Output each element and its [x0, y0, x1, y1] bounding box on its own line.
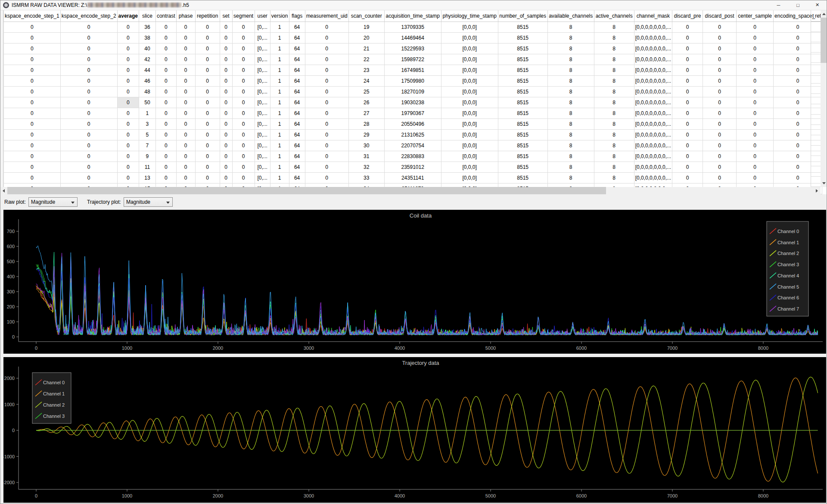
table-cell[interactable]: 0 — [703, 173, 737, 184]
table-cell[interactable]: 25 — [348, 87, 384, 97]
table-cell[interactable]: 50 — [139, 97, 155, 108]
table-cell[interactable]: 46 — [139, 76, 155, 87]
column-header-kspace_encode_step_2[interactable]: kspace_encode_step_2 — [60, 10, 117, 22]
table-cell[interactable]: [0,... — [255, 140, 270, 151]
table-cell[interactable]: 0 — [305, 162, 348, 173]
table-cell[interactable]: [0,0,0] — [441, 108, 498, 119]
table-cell[interactable]: [0,0,0,0,0,0,0,... — [634, 76, 672, 87]
table-cell[interactable]: 0 — [60, 65, 117, 76]
table-cell[interactable]: 0 — [60, 76, 117, 87]
table-cell[interactable]: 0 — [176, 162, 195, 173]
table-cell[interactable]: 8 — [594, 33, 634, 44]
table-cell[interactable]: 64 — [289, 44, 305, 54]
table-cell[interactable]: 0 — [305, 108, 348, 119]
table-cell[interactable]: 64 — [289, 76, 305, 87]
table-cell[interactable]: 0 — [176, 44, 195, 54]
table-cell[interactable]: 31 — [348, 151, 384, 162]
table-cell[interactable]: 44 — [139, 65, 155, 76]
table-cell[interactable]: 23591012 — [384, 162, 441, 173]
table-cell[interactable]: 0 — [195, 97, 220, 108]
table-cell[interactable]: 0 — [232, 76, 255, 87]
table-cell[interactable]: 64 — [289, 130, 305, 140]
table-cell[interactable]: 0 — [737, 65, 774, 76]
table-cell[interactable]: 0 — [117, 108, 139, 119]
table-cell[interactable]: 0 — [232, 44, 255, 54]
table-cell[interactable]: [0,0,0] — [441, 54, 498, 65]
table-cell[interactable]: 0 — [737, 33, 774, 44]
table-cell[interactable]: 0 — [176, 65, 195, 76]
table-cell[interactable]: [0,... — [255, 33, 270, 44]
table-cell[interactable]: 0 — [176, 87, 195, 97]
table-cell[interactable]: 0 — [60, 151, 117, 162]
table-row[interactable]: 0004400000[0,...16402316749851[0,0,0]851… — [4, 65, 822, 76]
table-cell[interactable]: [0,0,0] — [441, 44, 498, 54]
table-cell[interactable]: 0 — [232, 97, 255, 108]
table-cell[interactable]: 0 — [305, 76, 348, 87]
table-cell[interactable]: 0 — [220, 33, 232, 44]
table-cell[interactable]: 0 — [60, 140, 117, 151]
table-cell[interactable]: 0 — [737, 97, 774, 108]
table-cell[interactable]: 22070754 — [384, 140, 441, 151]
table-cell[interactable]: 64 — [289, 65, 305, 76]
table-cell[interactable]: [0,0,0,0,0,0,0,... — [634, 44, 672, 54]
table-cell[interactable]: [0,0,0,0,0,0,0,... — [634, 108, 672, 119]
table-cell[interactable]: 16749851 — [384, 65, 441, 76]
table-cell[interactable]: 8 — [594, 54, 634, 65]
table-cell[interactable]: 0 — [155, 87, 176, 97]
table-cell[interactable]: 0 — [4, 97, 61, 108]
table-cell[interactable]: 0 — [672, 87, 703, 97]
table-row[interactable]: 0001100000[0,...16403223591012[0,0,0]851… — [4, 162, 822, 173]
table-cell[interactable]: 0 — [703, 140, 737, 151]
table-cell[interactable]: [0,0,0,0,0,0,0,... — [634, 22, 672, 33]
table-cell[interactable]: [0,0,0] — [441, 130, 498, 140]
table-cell[interactable]: 0 — [737, 151, 774, 162]
table-cell[interactable]: 0 — [703, 76, 737, 87]
table-cell[interactable]: 0 — [703, 87, 737, 97]
column-header-discard_pre[interactable]: discard_pre — [672, 10, 703, 22]
table-cell[interactable]: 0 — [220, 87, 232, 97]
table-row[interactable]: 000300000[0,...16402820550496[0,0,0]8515… — [4, 119, 822, 130]
table-cell[interactable]: 0 — [737, 140, 774, 151]
table-cell[interactable]: 8 — [594, 151, 634, 162]
table-cell[interactable]: 64 — [289, 140, 305, 151]
table-cell[interactable]: 14469464 — [384, 33, 441, 44]
table-cell[interactable]: 0 — [737, 130, 774, 140]
table-cell[interactable]: 5 — [139, 130, 155, 140]
table-cell[interactable]: 0 — [703, 151, 737, 162]
table-cell[interactable]: 1 — [270, 44, 289, 54]
table-cell[interactable]: 0 — [155, 151, 176, 162]
table-cell[interactable]: 1 — [270, 65, 289, 76]
table-horizontal-scrollbar[interactable] — [0, 187, 821, 194]
vertical-scroll-thumb[interactable] — [821, 18, 827, 63]
table-cell[interactable]: 0 — [176, 108, 195, 119]
table-cell[interactable]: 8 — [594, 87, 634, 97]
column-header-kspace_encode_step_1[interactable]: kspace_encode_step_1 — [4, 10, 61, 22]
table-cell[interactable]: 17509980 — [384, 76, 441, 87]
table-cell[interactable]: 1 — [139, 108, 155, 119]
table-cell[interactable]: 0 — [195, 162, 220, 173]
table-cell[interactable]: 1 — [270, 87, 289, 97]
table-cell[interactable]: [0,... — [255, 162, 270, 173]
table-cell[interactable]: 0 — [305, 130, 348, 140]
table-cell[interactable]: 64 — [289, 162, 305, 173]
table-cell[interactable]: 0 — [232, 65, 255, 76]
column-header-repetition[interactable]: repetition — [195, 10, 220, 22]
table-cell[interactable]: 0 — [60, 33, 117, 44]
column-header-active_channels[interactable]: active_channels — [594, 10, 634, 22]
table-cell[interactable]: 0 — [176, 140, 195, 151]
table-cell[interactable]: [0,... — [255, 44, 270, 54]
table-cell[interactable]: 19030238 — [384, 97, 441, 108]
table-cell[interactable]: 0 — [4, 151, 61, 162]
table-cell[interactable]: [0,0,0] — [441, 140, 498, 151]
table-row[interactable]: 0004200000[0,...16402215989722[0,0,0]851… — [4, 54, 822, 65]
table-row[interactable]: 0003600000[0,...16401913709335[0,0,0]851… — [4, 22, 822, 33]
table-cell[interactable]: 1 — [270, 54, 289, 65]
table-cell[interactable]: 0 — [117, 119, 139, 130]
table-cell[interactable]: 8 — [594, 130, 634, 140]
table-cell[interactable]: 0 — [117, 140, 139, 151]
table-cell[interactable]: 32 — [348, 162, 384, 173]
table-cell[interactable]: 0 — [195, 65, 220, 76]
table-cell[interactable]: 1 — [270, 173, 289, 184]
table-cell[interactable]: 27 — [348, 108, 384, 119]
column-header-scan_counter[interactable]: scan_counter — [348, 10, 384, 22]
